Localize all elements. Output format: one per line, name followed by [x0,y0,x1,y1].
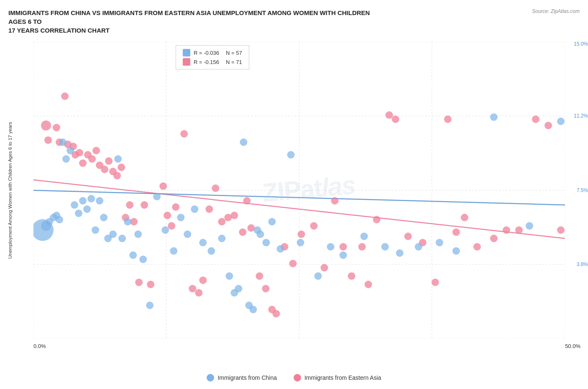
svg-point-63 [340,243,347,251]
svg-point-23 [88,155,96,163]
svg-point-121 [240,138,247,146]
svg-point-125 [256,230,264,238]
svg-point-77 [490,235,498,242]
svg-point-98 [96,197,103,205]
svg-point-137 [415,243,422,251]
svg-point-59 [297,230,305,238]
svg-point-66 [365,281,372,288]
legend-color-china [183,49,190,56]
svg-point-78 [503,226,510,234]
svg-point-69 [392,115,399,123]
svg-point-43 [195,289,202,297]
svg-point-106 [134,230,142,238]
svg-point-46 [212,184,219,192]
svg-point-118 [225,272,233,280]
svg-point-34 [135,279,143,286]
svg-point-116 [207,247,215,255]
x-legend-china-circle [207,374,214,381]
svg-point-99 [100,214,107,221]
svg-point-20 [76,149,83,156]
chart-svg [33,42,565,339]
svg-point-74 [453,228,460,236]
chart-container: IMMIGRANTS FROM CHINA VS IMMIGRANTS FROM… [0,0,588,389]
svg-point-29 [113,172,121,179]
svg-point-12 [41,120,51,131]
svg-point-96 [87,195,95,202]
svg-point-14 [53,124,60,131]
legend-n-eastern: N = 71 [226,59,242,65]
y-tick-38: 3.8% [577,261,588,267]
svg-point-47 [218,218,225,225]
svg-point-123 [249,306,257,313]
svg-point-80 [532,115,539,123]
svg-point-82 [557,226,565,234]
x-legend-china: Immigrants from China [207,374,277,381]
svg-point-37 [159,182,167,190]
svg-point-62 [331,197,339,205]
svg-point-102 [114,155,122,163]
x-axis-max: 50.0% [565,343,580,349]
svg-point-126 [262,239,270,246]
svg-point-92 [71,201,78,209]
legend-r-eastern: R = -0.156 [194,59,219,65]
svg-point-105 [129,251,137,259]
svg-point-45 [205,205,213,213]
svg-point-70 [404,233,412,240]
svg-point-114 [191,205,198,213]
svg-point-112 [177,214,184,221]
svg-point-60 [310,222,318,230]
svg-point-73 [444,115,452,123]
svg-point-95 [83,205,91,213]
svg-point-32 [126,201,133,209]
svg-point-21 [79,159,87,167]
svg-point-16 [61,92,69,100]
svg-point-93 [75,210,82,217]
svg-point-64 [348,272,355,280]
svg-point-138 [436,239,443,246]
svg-point-72 [432,279,439,286]
svg-point-141 [526,222,533,230]
x-legend-eastern: Immigrants from Eastern Asia [294,374,381,381]
svg-point-134 [360,233,368,240]
svg-point-120 [235,285,242,292]
svg-point-136 [396,249,404,257]
legend-color-eastern [183,58,190,66]
svg-point-42 [189,285,196,292]
legend-row-china: R = -0.036 N = 57 [183,49,242,56]
svg-point-115 [199,239,207,246]
svg-point-51 [243,197,251,205]
svg-point-131 [314,272,322,280]
svg-point-140 [490,113,498,121]
svg-point-38 [164,212,171,219]
svg-point-103 [118,235,126,242]
svg-point-67 [373,216,381,223]
svg-point-65 [358,243,366,251]
svg-point-58 [289,260,297,267]
x-axis-min: 0.0% [33,343,46,349]
svg-point-108 [146,302,153,309]
svg-point-81 [545,122,552,129]
svg-point-53 [256,272,263,280]
svg-point-39 [168,222,175,230]
x-legend-eastern-circle [294,374,301,381]
svg-point-61 [321,264,328,271]
svg-point-44 [199,276,207,284]
svg-point-54 [262,285,269,292]
y-tick-75: 7.5% [577,187,588,193]
svg-point-89 [59,138,66,146]
svg-point-130 [297,239,304,246]
x-legend-china-label: Immigrants from China [217,374,277,381]
legend-r-china: R = -0.036 [194,50,219,56]
svg-point-133 [340,251,347,259]
chart-title: IMMIGRANTS FROM CHINA VS IMMIGRANTS FROM… [8,8,385,35]
svg-point-111 [170,247,177,255]
svg-point-101 [109,230,117,238]
y-axis-label: Unemployment Among Women with Children A… [8,122,13,258]
svg-point-129 [287,151,294,159]
svg-point-94 [79,197,87,205]
x-legend-eastern-label: Immigrants from Eastern Asia [304,374,381,381]
svg-point-75 [461,214,468,221]
y-tick-15: 15.0% [574,41,588,47]
svg-point-135 [381,243,389,251]
svg-point-36 [147,281,154,288]
